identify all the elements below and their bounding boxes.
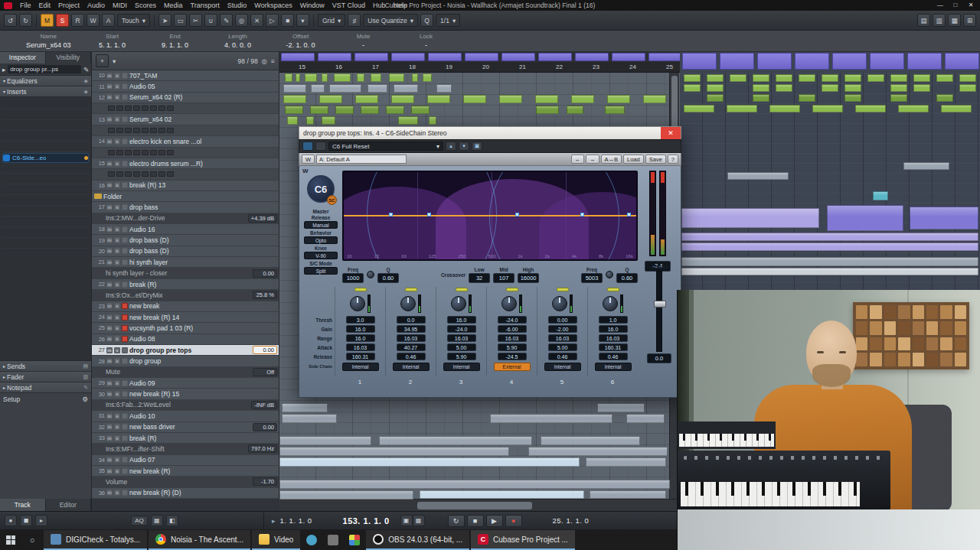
taskbar-app-obs[interactable]: OBS 24.0.3 (64-bit, ... — [366, 530, 469, 550]
record-arm-button[interactable] — [122, 73, 128, 79]
section-notepad[interactable]: ▸Notepad✎ — [0, 382, 91, 393]
marker-event[interactable] — [907, 53, 942, 70]
audio-clip[interactable] — [429, 116, 436, 125]
attack-value[interactable]: 5.00 — [548, 343, 577, 351]
solo-button[interactable]: s — [114, 490, 120, 496]
setup-window-layout-icon[interactable]: ▤ — [917, 14, 930, 27]
release-value[interactable]: 0.46 — [397, 353, 426, 360]
audio-clip[interactable] — [959, 84, 976, 92]
marker-event[interactable] — [465, 53, 498, 61]
section-sends[interactable]: ▸Sends▤ — [0, 361, 91, 372]
add-track-button[interactable]: + — [96, 54, 109, 67]
audio-clip[interactable] — [959, 74, 976, 82]
audio-clip[interactable] — [586, 457, 666, 467]
marker-event[interactable] — [318, 53, 351, 61]
color-tool[interactable]: ■ — [281, 14, 294, 27]
marker-event[interactable] — [538, 53, 572, 61]
snapshot-camera-icon[interactable]: ▣ — [472, 142, 482, 151]
eq-left-q[interactable]: Q0.60 — [377, 267, 399, 283]
threshold-value[interactable]: 16.0 — [447, 316, 476, 324]
audio-clip[interactable] — [355, 95, 378, 103]
audio-clip[interactable] — [684, 105, 714, 112]
attack-value[interactable]: 160.31 — [599, 343, 628, 351]
audio-clip[interactable] — [535, 95, 558, 103]
tab-track[interactable]: Track — [0, 499, 46, 511]
audio-clip[interactable] — [322, 116, 335, 125]
audio-clip[interactable] — [903, 162, 949, 170]
menu-item-scores[interactable]: Scores — [131, 2, 160, 9]
audio-clip[interactable] — [753, 74, 769, 82]
iterative-quantize-toggle[interactable]: Q — [420, 14, 433, 27]
solo-button[interactable]: s — [114, 468, 120, 474]
band-node[interactable] — [515, 213, 519, 216]
automation-lane-row[interactable]: Ins:2:MW...der-Drive+4.39 dB — [92, 213, 279, 224]
workspace-icon[interactable]: ⊞ — [963, 14, 976, 27]
audio-clip[interactable] — [776, 84, 792, 92]
insert-slot-empty[interactable] — [2, 164, 89, 174]
track-row[interactable]: 25msvocsynth pad 1 03 (R) — [92, 323, 279, 334]
mode-button-r[interactable]: R — [71, 14, 84, 27]
taskbar-app-cubase[interactable]: CCubase Pro Project ... — [471, 530, 575, 550]
audio-clip[interactable] — [283, 95, 306, 103]
audio-clip[interactable] — [285, 106, 303, 114]
record-arm-button[interactable] — [122, 325, 128, 331]
marker-event[interactable] — [612, 53, 645, 61]
audio-clip[interactable] — [941, 105, 972, 112]
release-value[interactable]: 160.31 — [346, 353, 375, 360]
insert-slot-empty[interactable] — [2, 228, 89, 238]
audio-clip[interactable] — [389, 73, 404, 82]
track-row[interactable]: 14mselectro kick en snare ...ol — [92, 136, 279, 147]
mute-button[interactable]: m — [106, 325, 113, 331]
mute-button[interactable]: m — [106, 336, 113, 342]
play-button[interactable]: ▶ — [486, 515, 503, 527]
audio-clip[interactable] — [420, 490, 584, 499]
gear-icon[interactable]: ⚙ — [82, 395, 88, 403]
frequency-display[interactable]: 1632631252505001k2k4k8k16k — [342, 171, 638, 261]
record-arm-button[interactable] — [122, 83, 128, 89]
audio-clip[interactable] — [626, 414, 665, 423]
crossover-high[interactable]: High16000 — [518, 267, 539, 283]
record-arm-button[interactable] — [122, 138, 128, 145]
marker-event[interactable] — [391, 53, 425, 61]
audio-clip[interactable] — [913, 74, 930, 82]
audio-clip[interactable] — [436, 84, 452, 93]
mute-button[interactable]: m — [106, 94, 113, 100]
marker-event[interactable] — [795, 53, 829, 70]
band-solo-badge[interactable] — [607, 288, 619, 291]
redo-icon[interactable]: ↻ — [19, 14, 32, 27]
mute-button[interactable]: m — [106, 424, 113, 430]
pinned-app-icon[interactable] — [344, 529, 365, 550]
record-arm-button[interactable] — [122, 468, 128, 474]
freq-knob[interactable] — [367, 271, 374, 278]
solo-button[interactable]: s — [114, 282, 120, 288]
menu-item-edit[interactable]: Edit — [35, 2, 55, 9]
record-arm-button[interactable] — [122, 94, 128, 100]
help-button[interactable]: ? — [668, 155, 678, 164]
sidechain-source-button[interactable]: Internal — [342, 363, 379, 371]
mute-button[interactable]: m — [106, 226, 113, 233]
marker-event[interactable] — [501, 53, 535, 61]
eq-left-freq[interactable]: Freq1000 — [342, 267, 364, 283]
grid-type-select[interactable]: Grid▾ — [318, 14, 345, 27]
track-row[interactable]: 16msbreak (R) 13 — [92, 181, 279, 191]
audio-clip[interactable] — [867, 74, 884, 82]
audio-clip[interactable] — [597, 403, 645, 412]
track-value-box[interactable]: 0.00 — [253, 346, 277, 354]
range-selection-tool[interactable]: ▭ — [174, 14, 187, 27]
audio-clip[interactable] — [727, 105, 757, 112]
track-row[interactable]: 10ms707_TAM — [92, 70, 279, 81]
track-value-box[interactable]: 25.8 % — [253, 291, 277, 299]
mute-button[interactable]: m — [106, 435, 113, 441]
audio-clip[interactable] — [936, 74, 953, 82]
list-icon[interactable]: ≡ — [271, 57, 275, 65]
track-row[interactable] — [92, 103, 279, 114]
plugin-power-icon[interactable] — [3, 155, 10, 161]
audio-clip[interactable] — [707, 84, 724, 92]
audio-clip[interactable] — [812, 105, 843, 112]
menu-item-audio[interactable]: Audio — [83, 2, 109, 9]
mute-tool[interactable]: ✕ — [250, 14, 263, 27]
audio-clip[interactable] — [305, 73, 317, 82]
audio-clip[interactable] — [279, 447, 509, 456]
band-solo-badge[interactable] — [405, 288, 417, 291]
sidechain-source-button[interactable]: Internal — [544, 363, 581, 371]
